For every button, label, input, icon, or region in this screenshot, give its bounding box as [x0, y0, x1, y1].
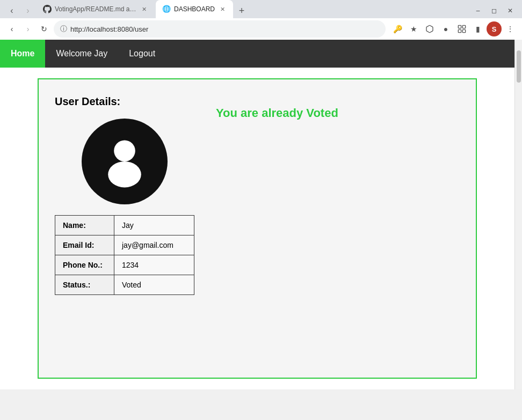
user-details-table: Name: Jay Email Id: jay@gmail.com Phone … [55, 215, 194, 295]
nav-home-button[interactable]: Home [0, 40, 45, 68]
table-row-status: Status.: Voted [55, 275, 194, 295]
svg-rect-3 [462, 30, 465, 32]
menu-button[interactable]: ⋮ [503, 21, 518, 36]
new-tab-button[interactable]: + [234, 3, 249, 18]
puzzle-icon-button[interactable] [454, 21, 469, 36]
close-window-button[interactable]: ✕ [503, 3, 518, 18]
nav-welcome-label: Welcome Jay [45, 49, 118, 58]
avatar-icon [95, 132, 154, 191]
tab-github-title: VotingApp/README.md at mas [55, 5, 136, 13]
app-navbar: Home Welcome Jay Logout [0, 40, 514, 68]
scrollbar[interactable] [514, 40, 522, 389]
email-value: jay@gmail.com [114, 235, 194, 255]
email-label: Email Id: [55, 235, 114, 255]
tab-dashboard-close-button[interactable]: ✕ [218, 5, 227, 13]
avatar [82, 119, 168, 204]
sidebar-icon-button[interactable]: ▮ [470, 21, 485, 36]
dashboard-favicon-icon: 🌐 [162, 5, 171, 13]
github-favicon-icon [43, 5, 52, 13]
scrollbar-thumb[interactable] [517, 50, 521, 83]
bookmark-icon-button[interactable]: ★ [406, 21, 421, 36]
name-value: Jay [114, 216, 194, 235]
page-content: Home Welcome Jay Logout User Details: [0, 40, 514, 389]
right-panel: You are already Voted [216, 95, 460, 362]
key-icon-button[interactable]: 🔑 [390, 21, 405, 36]
nav-buttons: ‹ › ↻ [4, 21, 52, 36]
status-label: Status.: [55, 275, 114, 295]
tab-bar: ‹ › VotingApp/README.md at mas ✕ 🌐 DASHB… [0, 0, 522, 18]
tab-github-close-button[interactable]: ✕ [140, 5, 148, 13]
tab-dashboard[interactable]: 🌐 DASHBOARD ✕ [156, 0, 233, 18]
browser-window-controls: ‹ › [4, 3, 35, 18]
url-bar[interactable]: ⓘ [54, 20, 386, 38]
page-wrapper: User Details: [0, 68, 514, 389]
extension-icon-button[interactable] [422, 21, 437, 36]
main-content-area: User Details: [38, 78, 477, 379]
tab-dashboard-title: DASHBOARD [174, 5, 215, 13]
window-controls: – ◻ ✕ [470, 3, 518, 18]
profile-button[interactable]: S [487, 21, 502, 36]
svg-rect-0 [458, 25, 461, 28]
table-row-email: Email Id: jay@gmail.com [55, 235, 194, 255]
back-page-button[interactable]: ‹ [4, 3, 19, 18]
toolbar-icons: 🔑 ★ ● ▮ S ⋮ [390, 21, 518, 36]
table-row-name: Name: Jay [55, 216, 194, 235]
browser-chrome: ‹ › VotingApp/README.md at mas ✕ 🌐 DASHB… [0, 0, 522, 389]
phone-value: 1234 [114, 255, 194, 275]
svg-point-5 [108, 161, 141, 187]
url-input[interactable] [70, 25, 379, 33]
nav-logout-button[interactable]: Logout [118, 49, 166, 58]
left-panel: User Details: [55, 95, 194, 362]
svg-point-4 [114, 140, 135, 161]
back-button[interactable]: ‹ [4, 21, 19, 36]
svg-rect-1 [462, 25, 465, 28]
section-title: User Details: [55, 95, 120, 108]
name-label: Name: [55, 216, 114, 235]
security-icon: ⓘ [60, 24, 67, 34]
tab-github[interactable]: VotingApp/README.md at mas ✕ [37, 0, 155, 18]
voted-message: You are already Voted [216, 101, 338, 120]
phone-label: Phone No.: [55, 255, 114, 275]
svg-rect-2 [458, 30, 461, 32]
address-bar: ‹ › ↻ ⓘ 🔑 ★ ● [0, 18, 522, 40]
reload-button[interactable]: ↻ [37, 21, 52, 36]
minimize-window-button[interactable]: – [470, 3, 485, 18]
table-row-phone: Phone No.: 1234 [55, 255, 194, 275]
forward-page-button[interactable]: › [20, 3, 35, 18]
clock-icon-button[interactable]: ● [438, 21, 453, 36]
scrollbar-area: Home Welcome Jay Logout User Details: [0, 40, 522, 389]
status-value: Voted [114, 275, 194, 295]
maximize-window-button[interactable]: ◻ [487, 3, 502, 18]
forward-button[interactable]: › [20, 21, 35, 36]
